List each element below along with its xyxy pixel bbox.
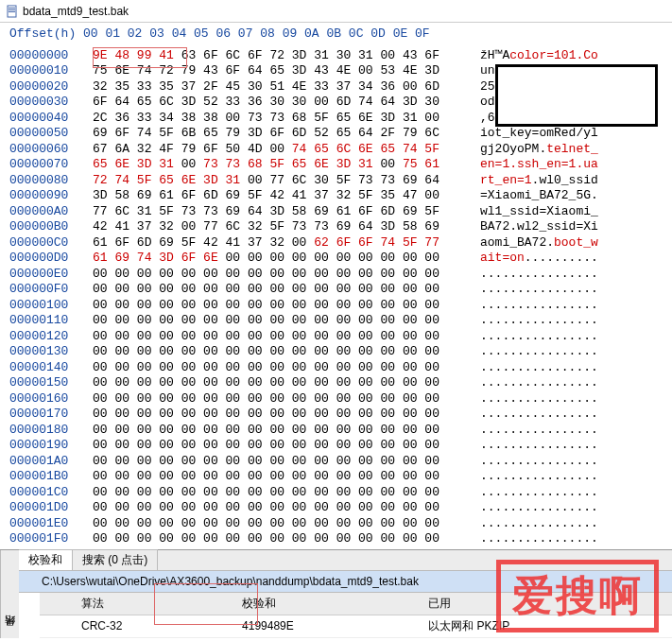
file-title: bdata_mtd9_test.bak	[23, 5, 129, 18]
hex-row[interactable]: 0000015000 00 00 00 00 00 00 00 00 00 00…	[9, 375, 663, 391]
hex-row[interactable]: 0000018000 00 00 00 00 00 00 00 00 00 00…	[9, 423, 663, 439]
svg-rect-2	[9, 9, 15, 10]
col-enabled[interactable]: 已用	[415, 593, 672, 615]
checksum-table: 算法 校验和 已用 CRC-32 4199489E 以太网和 PKZIP	[40, 593, 672, 638]
title-bar: bdata_mtd9_test.bak	[0, 0, 672, 23]
hex-row[interactable]: 0000008072 74 5F 65 6E 3D 31 00 77 6C 30…	[9, 173, 663, 189]
hex-row[interactable]: 000000F000 00 00 00 00 00 00 00 00 00 00…	[9, 282, 663, 298]
highlight-box-checksum	[154, 583, 258, 625]
hex-row[interactable]: 000001E000 00 00 00 00 00 00 00 00 00 00…	[9, 516, 663, 532]
file-icon	[6, 5, 19, 18]
results-vertical-tab[interactable]: 结果	[0, 550, 19, 638]
hex-row[interactable]: 0000007065 6E 3D 31 00 73 73 68 5F 65 6E…	[9, 157, 663, 173]
svg-rect-3	[9, 11, 15, 12]
hex-row[interactable]: 000001F000 00 00 00 00 00 00 00 00 00 00…	[9, 531, 663, 547]
hex-row[interactable]: 000000903D 58 69 61 6F 6D 69 5F 42 41 37…	[9, 188, 663, 204]
hex-row[interactable]: 000000D061 69 74 3D 6F 6E 00 00 00 00 00…	[9, 251, 663, 267]
svg-rect-1	[9, 8, 15, 9]
hex-row[interactable]: 000001A000 00 00 00 00 00 00 00 00 00 00…	[9, 454, 663, 470]
hex-row[interactable]: 000000C061 6F 6D 69 5F 42 41 37 32 00 62…	[9, 235, 663, 251]
results-panel: 结果 校验和 搜索 (0 点击) C:\Users\wutai\OneDrive…	[0, 549, 672, 638]
hex-row[interactable]: 0000006067 6A 32 4F 79 6F 50 4D 00 74 65…	[9, 142, 663, 158]
hex-row[interactable]: 0000011000 00 00 00 00 00 00 00 00 00 00…	[9, 313, 663, 329]
highlight-box-header	[93, 47, 187, 68]
hex-row[interactable]: 0000012000 00 00 00 00 00 00 00 00 00 00…	[9, 329, 663, 345]
hex-row[interactable]: 000000E000 00 00 00 00 00 00 00 00 00 00…	[9, 267, 663, 283]
hex-row[interactable]: 000000A077 6C 31 5F 73 73 69 64 3D 58 69…	[9, 204, 663, 220]
hex-row[interactable]: 0000010000 00 00 00 00 00 00 00 00 00 00…	[9, 298, 663, 314]
redaction-box	[495, 64, 658, 127]
hex-row[interactable]: 0000013000 00 00 00 00 00 00 00 00 00 00…	[9, 344, 663, 360]
hex-row[interactable]: 000001B000 00 00 00 00 00 00 00 00 00 00…	[9, 469, 663, 485]
file-path: C:\Users\wutai\OneDrive\AX3600_backup\na…	[19, 571, 672, 593]
hex-row[interactable]: 000001D000 00 00 00 00 00 00 00 00 00 00…	[9, 500, 663, 516]
table-row[interactable]: CRC-32 4199489E 以太网和 PKZIP	[40, 615, 672, 637]
hex-row[interactable]: 0000019000 00 00 00 00 00 00 00 00 00 00…	[9, 438, 663, 454]
tab-bar: 校验和 搜索 (0 点击)	[19, 550, 672, 571]
tab-search[interactable]: 搜索 (0 点击)	[73, 549, 158, 570]
hex-row[interactable]: 000000B042 41 37 32 00 77 6C 32 5F 73 73…	[9, 219, 663, 235]
hex-editor-window: bdata_mtd9_test.bak Offset(h) 00 01 02 0…	[0, 0, 672, 638]
cell-desc: 以太网和 PKZIP	[415, 615, 672, 637]
hex-row[interactable]: 000001C000 00 00 00 00 00 00 00 00 00 00…	[9, 485, 663, 501]
hex-row[interactable]: 0000017000 00 00 00 00 00 00 00 00 00 00…	[9, 407, 663, 423]
hex-row[interactable]: 0000014000 00 00 00 00 00 00 00 00 00 00…	[9, 360, 663, 376]
col-blank[interactable]	[40, 593, 68, 615]
tab-checksum[interactable]: 校验和	[19, 549, 73, 570]
hex-row[interactable]: 0000016000 00 00 00 00 00 00 00 00 00 00…	[9, 391, 663, 407]
hex-row[interactable]: 0000005069 6F 74 5F 6B 65 79 3D 6F 6D 52…	[9, 126, 663, 142]
